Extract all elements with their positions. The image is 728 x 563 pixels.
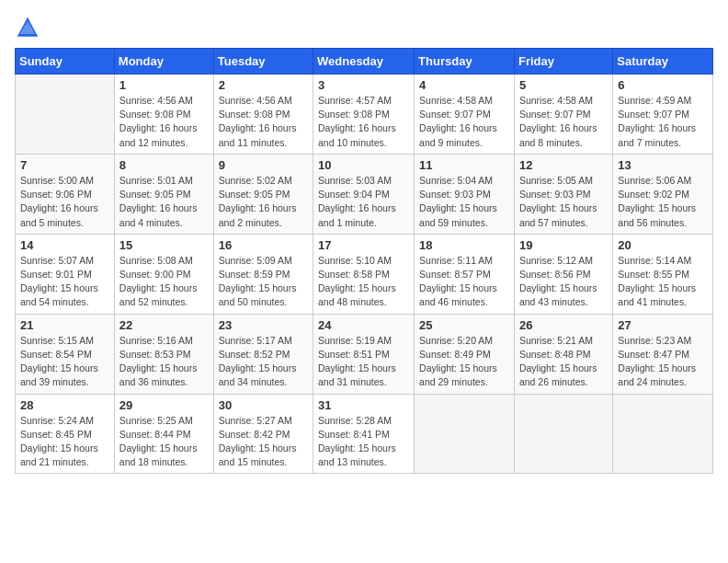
day-info: Sunrise: 5:25 AM Sunset: 8:44 PM Dayligh… [119,414,209,470]
logo-icon [15,15,40,40]
calendar-cell: 1Sunrise: 4:56 AM Sunset: 9:08 PM Daylig… [114,75,213,155]
calendar-cell: 10Sunrise: 5:03 AM Sunset: 9:04 PM Dayli… [313,154,415,234]
calendar-cell: 9Sunrise: 5:02 AM Sunset: 9:05 PM Daylig… [213,154,313,234]
day-number: 26 [519,318,608,332]
day-number: 16 [219,238,308,252]
day-info: Sunrise: 5:08 AM Sunset: 9:00 PM Dayligh… [119,254,209,310]
calendar-cell: 17Sunrise: 5:10 AM Sunset: 8:58 PM Dayli… [313,234,415,314]
day-info: Sunrise: 5:27 AM Sunset: 8:42 PM Dayligh… [219,414,308,470]
day-number: 13 [618,158,708,172]
calendar-cell [16,75,115,155]
day-info: Sunrise: 4:56 AM Sunset: 9:08 PM Dayligh… [119,94,209,150]
day-number: 15 [119,238,209,252]
day-info: Sunrise: 5:28 AM Sunset: 8:41 PM Dayligh… [318,414,409,470]
calendar-cell: 14Sunrise: 5:07 AM Sunset: 9:01 PM Dayli… [16,234,115,314]
day-number: 19 [519,238,608,252]
weekday-header-wednesday: Wednesday [313,49,415,75]
day-info: Sunrise: 5:24 AM Sunset: 8:45 PM Dayligh… [20,414,109,470]
day-info: Sunrise: 5:12 AM Sunset: 8:56 PM Dayligh… [519,254,608,310]
day-info: Sunrise: 5:21 AM Sunset: 8:48 PM Dayligh… [519,334,608,390]
day-info: Sunrise: 5:09 AM Sunset: 8:59 PM Dayligh… [219,254,308,310]
day-number: 28 [20,398,109,412]
calendar-cell: 28Sunrise: 5:24 AM Sunset: 8:45 PM Dayli… [16,394,115,474]
day-number: 12 [519,158,608,172]
day-info: Sunrise: 5:03 AM Sunset: 9:04 PM Dayligh… [318,174,409,230]
day-number: 27 [618,318,708,332]
calendar-cell: 2Sunrise: 4:56 AM Sunset: 9:08 PM Daylig… [213,75,313,155]
calendar-cell: 20Sunrise: 5:14 AM Sunset: 8:55 PM Dayli… [613,234,713,314]
day-info: Sunrise: 5:20 AM Sunset: 8:49 PM Dayligh… [419,334,509,390]
calendar-table: SundayMondayTuesdayWednesdayThursdayFrid… [15,48,713,474]
calendar-cell: 11Sunrise: 5:04 AM Sunset: 9:03 PM Dayli… [415,154,515,234]
calendar-cell: 16Sunrise: 5:09 AM Sunset: 8:59 PM Dayli… [213,234,313,314]
day-number: 29 [119,398,209,412]
calendar-cell: 7Sunrise: 5:00 AM Sunset: 9:06 PM Daylig… [16,154,115,234]
day-number: 8 [119,158,209,172]
day-info: Sunrise: 5:05 AM Sunset: 9:03 PM Dayligh… [519,174,608,230]
calendar-cell: 30Sunrise: 5:27 AM Sunset: 8:42 PM Dayli… [213,394,313,474]
day-info: Sunrise: 5:06 AM Sunset: 9:02 PM Dayligh… [618,174,708,230]
day-number: 2 [219,78,308,92]
day-info: Sunrise: 5:04 AM Sunset: 9:03 PM Dayligh… [419,174,509,230]
day-info: Sunrise: 4:58 AM Sunset: 9:07 PM Dayligh… [419,94,509,150]
calendar-cell: 13Sunrise: 5:06 AM Sunset: 9:02 PM Dayli… [613,154,713,234]
day-number: 1 [119,78,209,92]
calendar-cell [613,394,713,474]
day-info: Sunrise: 5:07 AM Sunset: 9:01 PM Dayligh… [20,254,109,310]
day-number: 10 [318,158,409,172]
calendar-cell: 15Sunrise: 5:08 AM Sunset: 9:00 PM Dayli… [114,234,213,314]
day-number: 7 [20,158,109,172]
day-info: Sunrise: 5:17 AM Sunset: 8:52 PM Dayligh… [219,334,308,390]
day-number: 23 [219,318,308,332]
day-info: Sunrise: 5:23 AM Sunset: 8:47 PM Dayligh… [618,334,708,390]
day-info: Sunrise: 5:01 AM Sunset: 9:05 PM Dayligh… [119,174,209,230]
day-info: Sunrise: 4:57 AM Sunset: 9:08 PM Dayligh… [318,94,409,150]
day-info: Sunrise: 5:16 AM Sunset: 8:53 PM Dayligh… [119,334,209,390]
calendar-cell: 31Sunrise: 5:28 AM Sunset: 8:41 PM Dayli… [313,394,415,474]
day-info: Sunrise: 5:19 AM Sunset: 8:51 PM Dayligh… [318,334,409,390]
day-number: 4 [419,78,509,92]
day-number: 18 [419,238,509,252]
calendar-cell [415,394,515,474]
day-info: Sunrise: 5:10 AM Sunset: 8:58 PM Dayligh… [318,254,409,310]
weekday-header-sunday: Sunday [16,49,115,75]
day-info: Sunrise: 5:15 AM Sunset: 8:54 PM Dayligh… [20,334,109,390]
day-number: 22 [119,318,209,332]
calendar-cell: 4Sunrise: 4:58 AM Sunset: 9:07 PM Daylig… [415,75,515,155]
day-number: 3 [318,78,409,92]
calendar-week-1: 1Sunrise: 4:56 AM Sunset: 9:08 PM Daylig… [16,75,713,155]
day-number: 24 [318,318,409,332]
day-number: 25 [419,318,509,332]
logo [15,15,44,40]
calendar-cell: 26Sunrise: 5:21 AM Sunset: 8:48 PM Dayli… [514,314,612,394]
calendar-cell: 6Sunrise: 4:59 AM Sunset: 9:07 PM Daylig… [613,75,713,155]
day-number: 11 [419,158,509,172]
day-info: Sunrise: 4:56 AM Sunset: 9:08 PM Dayligh… [219,94,308,150]
day-info: Sunrise: 5:11 AM Sunset: 8:57 PM Dayligh… [419,254,509,310]
day-number: 31 [318,398,409,412]
calendar-cell [514,394,612,474]
calendar-cell: 22Sunrise: 5:16 AM Sunset: 8:53 PM Dayli… [114,314,213,394]
day-number: 21 [20,318,109,332]
calendar-week-4: 21Sunrise: 5:15 AM Sunset: 8:54 PM Dayli… [16,314,713,394]
calendar-cell: 24Sunrise: 5:19 AM Sunset: 8:51 PM Dayli… [313,314,415,394]
day-info: Sunrise: 5:02 AM Sunset: 9:05 PM Dayligh… [219,174,308,230]
calendar-cell: 8Sunrise: 5:01 AM Sunset: 9:05 PM Daylig… [114,154,213,234]
calendar-cell: 25Sunrise: 5:20 AM Sunset: 8:49 PM Dayli… [415,314,515,394]
calendar-cell: 12Sunrise: 5:05 AM Sunset: 9:03 PM Dayli… [514,154,612,234]
page-header [15,15,713,40]
weekday-header-monday: Monday [114,49,213,75]
weekday-header-friday: Friday [514,49,612,75]
day-info: Sunrise: 4:59 AM Sunset: 9:07 PM Dayligh… [618,94,708,150]
calendar-cell: 23Sunrise: 5:17 AM Sunset: 8:52 PM Dayli… [213,314,313,394]
calendar-cell: 19Sunrise: 5:12 AM Sunset: 8:56 PM Dayli… [514,234,612,314]
day-number: 9 [219,158,308,172]
calendar-cell: 29Sunrise: 5:25 AM Sunset: 8:44 PM Dayli… [114,394,213,474]
calendar-cell: 27Sunrise: 5:23 AM Sunset: 8:47 PM Dayli… [613,314,713,394]
calendar-cell: 5Sunrise: 4:58 AM Sunset: 9:07 PM Daylig… [514,75,612,155]
day-info: Sunrise: 5:00 AM Sunset: 9:06 PM Dayligh… [20,174,109,230]
calendar-cell: 3Sunrise: 4:57 AM Sunset: 9:08 PM Daylig… [313,75,415,155]
day-info: Sunrise: 5:14 AM Sunset: 8:55 PM Dayligh… [618,254,708,310]
day-number: 5 [519,78,608,92]
day-number: 20 [618,238,708,252]
